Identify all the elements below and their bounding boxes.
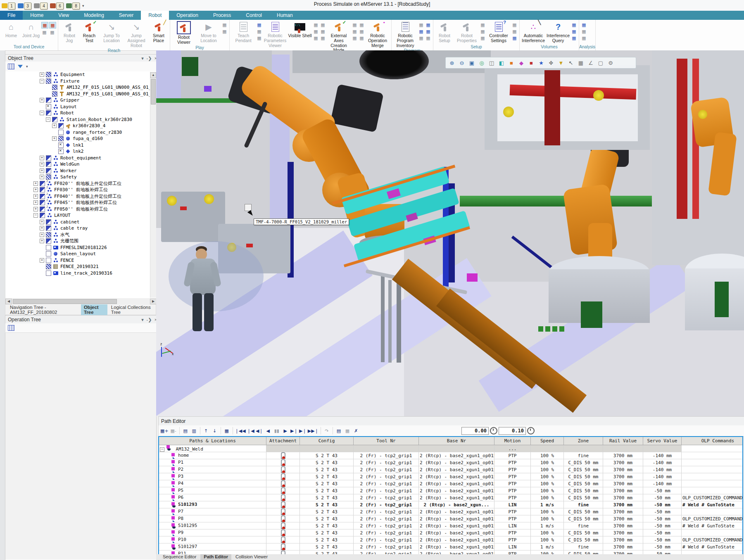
table-row[interactable]: 5101295S 2 T 432 (Fr) - tcp2_grip12 (Rtc… (159, 522, 743, 529)
column-header-zone[interactable]: Zone (564, 437, 603, 445)
pose-robot-x-icon[interactable]: ▦ (41, 29, 48, 35)
expand-toggle-icon[interactable]: + (33, 187, 38, 192)
measure-icon[interactable]: ∠ (586, 59, 595, 67)
table-row[interactable]: 5101297S 2 T 432 (Fr) - tcp2_grip12 (Rtc… (159, 543, 743, 551)
remove-location-icon[interactable]: ▦- (170, 427, 177, 435)
checkbox[interactable] (52, 117, 57, 122)
operation-merge-button[interactable]: ▪Robotic Operation Merge (366, 21, 390, 48)
add-location-icon[interactable]: ▦+ (160, 427, 169, 435)
checkbox[interactable] (58, 136, 64, 141)
checkbox[interactable] (46, 264, 51, 269)
ribbon-tab-human[interactable]: Human (269, 11, 300, 20)
editor-tab-sequence-editor[interactable]: Sequence Editor (159, 554, 200, 560)
quick-access-item[interactable]: 1 (2, 2, 15, 9)
tree-item[interactable]: FENCE_20190321 (5, 263, 157, 270)
tree-item[interactable]: FFMESLINE20181226 (5, 244, 157, 251)
tree-list-icon[interactable]: ▤ (182, 427, 189, 435)
ribbon-tab-view[interactable]: View (51, 11, 76, 20)
checkbox[interactable] (46, 219, 51, 225)
doc-up-icon[interactable]: ▦ (511, 22, 518, 28)
teach-pendant-button[interactable]: Teach Pendant (231, 21, 255, 43)
edit-table-icon[interactable]: ▤ (335, 427, 342, 435)
column-header-rail-value[interactable]: Rail Value (603, 437, 643, 445)
expand-toggle-icon[interactable]: + (40, 258, 44, 263)
checkbox[interactable] (58, 123, 64, 128)
tree-item[interactable]: +水气 (5, 232, 157, 238)
robot-list-icon[interactable]: ▦ (256, 22, 262, 28)
parameters-viewer-button[interactable]: Robotic Parameters Viewer (263, 21, 287, 48)
red-marker-icon[interactable]: ■ (527, 59, 536, 67)
column-header-olp-commands[interactable]: OLP Commands (682, 437, 744, 445)
tree-item[interactable]: +kr360r2830_4 (5, 123, 157, 129)
column-header-tool-nr[interactable]: Tool Nr (354, 437, 419, 445)
robot-del-icon[interactable]: ▦ (256, 28, 262, 34)
checkbox[interactable] (46, 251, 51, 256)
copy-list-icon[interactable]: ▥ (190, 427, 198, 435)
jump-assigned-robot-button[interactable]: ↘Jump Assigned Robot (124, 21, 148, 48)
expand-toggle-icon[interactable]: + (33, 194, 38, 199)
wireframe-icon[interactable]: ▦ (576, 59, 585, 67)
tool-a-icon[interactable]: ▦ (313, 22, 319, 28)
tree-filter-icon[interactable] (18, 65, 23, 68)
automatic-interference-button[interactable]: ∴╲Automatic Interference (521, 21, 545, 43)
tool-c-icon[interactable]: ▦ (313, 35, 319, 41)
interference-query-button[interactable]: ?Interference Query (546, 21, 570, 43)
object-tree-vscrollbar[interactable]: ▲ (150, 72, 156, 298)
doc-del-icon[interactable]: ▦ (256, 35, 262, 41)
pose-robot-icon[interactable]: ▦ (41, 22, 48, 28)
view-center-icon[interactable]: ◎ (477, 59, 486, 67)
axis-e-icon[interactable]: ▦ (359, 28, 365, 34)
expand-toggle-icon[interactable]: + (33, 200, 38, 205)
prog-list-icon[interactable]: ▦ (425, 35, 431, 41)
checkbox[interactable] (46, 72, 51, 77)
axis-f-icon[interactable]: ▦ (359, 35, 365, 41)
move-down-icon[interactable]: ↓ (211, 427, 219, 435)
play-forward-icon[interactable]: ▶ (282, 427, 289, 435)
controller-settings-button[interactable]: ?Controller Settings (487, 21, 511, 43)
table-row[interactable]: P4S 2 T 432 (Fr) - tcp2_grip12 (Rtcp) - … (159, 480, 743, 487)
ribbon-tab-file[interactable]: File (0, 11, 23, 20)
tree-item[interactable]: AM132_FF_015_LG01_UN000_ASS_01_20190218_… (5, 91, 157, 97)
qat-dropdown-icon[interactable]: ▾ (82, 4, 84, 8)
tree-item[interactable]: line_track_20190316 (5, 270, 157, 277)
tool-d-icon[interactable]: ▦ (320, 22, 326, 28)
wrench-icon[interactable]: ▦ (480, 35, 486, 41)
table-clock-icon[interactable]: ▦ (581, 22, 587, 28)
tree-item[interactable]: +FF020'' 前地板上件定位焊工位 (5, 180, 157, 187)
expand-toggle-icon[interactable]: − (33, 213, 38, 218)
expand-toggle-icon[interactable]: − (40, 111, 44, 115)
expand-toggle-icon[interactable]: − (160, 447, 164, 452)
swept-b-icon[interactable]: ▦ (571, 28, 577, 34)
expand-toggle-icon[interactable]: + (52, 123, 57, 128)
axis-a-icon[interactable]: ▦ (352, 22, 358, 28)
quick-access-item[interactable]: 4 (34, 2, 48, 9)
pause-icon[interactable]: ▮▮ (273, 427, 280, 435)
ribbon-tab-modeling[interactable]: Modeling (76, 11, 112, 20)
filter-dropdown-icon[interactable]: ▾ (26, 64, 28, 69)
zoom-in-icon[interactable]: ⊕ (447, 59, 456, 67)
column-header-attachment[interactable]: Attachment (266, 437, 300, 445)
expand-toggle-icon[interactable]: + (40, 168, 44, 173)
swept-a-icon[interactable]: ▦ (571, 22, 577, 28)
home-button[interactable]: ⌂Home (2, 21, 21, 38)
checkbox[interactable] (46, 110, 51, 116)
tree-item[interactable]: +FF030'' 前地板补焊工位 (5, 187, 157, 193)
table-row[interactable]: P5S 2 T 432 (Fr) - tcp2_grip12 (Rtcp) - … (159, 487, 743, 494)
tree-item[interactable]: +光栅范围 (5, 238, 157, 244)
checkbox[interactable] (40, 200, 45, 205)
customize-columns-icon[interactable]: ▦ (223, 427, 231, 435)
checkbox[interactable] (46, 271, 51, 276)
editor-tab-collision-viewer[interactable]: Collision Viewer (232, 554, 271, 560)
tree-item[interactable]: +cable tray (5, 225, 157, 232)
tree-item[interactable]: +FENCE (5, 257, 157, 264)
loc-arrow2-icon[interactable]: ▦ (221, 28, 228, 34)
table-row[interactable]: P7S 2 T 432 (Fr) - tcp2_grip12 (Rtcp) - … (159, 508, 743, 515)
tree-columns-icon[interactable] (8, 325, 14, 331)
prog-sync-icon[interactable]: ▦ (418, 35, 424, 41)
table-row[interactable]: P8S 2 T 432 (Fr) - tcp2_grip12 (Rtcp) - … (159, 515, 743, 522)
expand-toggle-icon[interactable]: + (33, 181, 38, 186)
checkbox[interactable] (58, 149, 64, 154)
tree-item[interactable]: +cabinet (5, 219, 157, 225)
tree-item[interactable]: lnk2 (5, 148, 157, 155)
step-backward-icon[interactable]: ◀❘ (256, 427, 263, 435)
